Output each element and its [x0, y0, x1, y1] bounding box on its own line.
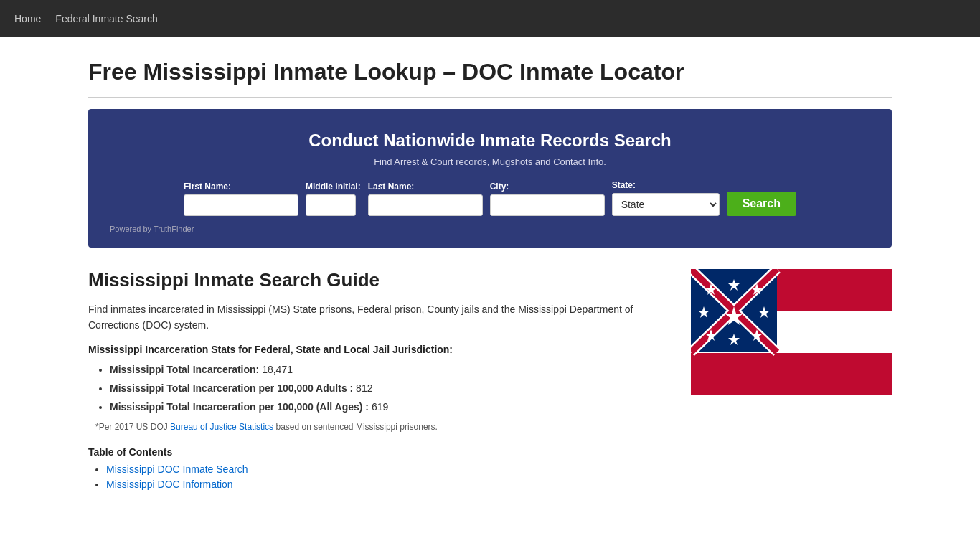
search-widget: Conduct Nationwide Inmate Records Search…	[88, 109, 892, 248]
middle-initial-input[interactable]	[306, 194, 356, 216]
page-title: Free Mississippi Inmate Lookup – DOC Inm…	[88, 59, 892, 98]
stats-note: *Per 2017 US DOJ Bureau of Justice Stati…	[95, 422, 669, 432]
stat-label-2: Mississippi Total Incarceration per 100,…	[110, 382, 353, 394]
stat-value-1: 18,471	[259, 364, 293, 375]
stat-value-2: 812	[353, 382, 372, 394]
nav-home[interactable]: Home	[14, 13, 41, 24]
bureau-of-justice-link[interactable]: Bureau of Justice Statistics	[170, 422, 273, 432]
first-name-input[interactable]	[184, 194, 298, 216]
mississippi-flag	[691, 269, 892, 395]
toc-link-2[interactable]: Mississippi DOC Information	[106, 479, 233, 490]
list-item: Mississippi Total Incarceration per 100,…	[110, 381, 669, 396]
stats-list: Mississippi Total Incarceration: 18,471 …	[88, 362, 669, 415]
toc-list: Mississippi DOC Inmate Search Mississipp…	[88, 463, 669, 490]
state-label: State:	[612, 180, 636, 190]
search-widget-heading: Conduct Nationwide Inmate Records Search	[103, 131, 877, 151]
city-label: City:	[490, 182, 509, 192]
last-name-group: Last Name:	[368, 182, 483, 216]
search-form-row: First Name: Middle Initial: Last Name: C…	[103, 180, 877, 216]
toc-heading: Table of Contents	[88, 446, 669, 458]
middle-initial-group: Middle Initial:	[306, 182, 361, 216]
toc-link-1[interactable]: Mississippi DOC Inmate Search	[106, 463, 248, 475]
main-content: Free Mississippi Inmate Lookup – DOC Inm…	[74, 37, 906, 515]
navbar: Home Federal Inmate Search	[0, 0, 980, 37]
first-name-group: First Name:	[184, 182, 298, 216]
list-item: Mississippi Total Incarceration per 100,…	[110, 400, 669, 415]
stat-label-3: Mississippi Total Incarceration per 100,…	[110, 401, 369, 413]
search-widget-subheading: Find Arrest & Court records, Mugshots an…	[103, 156, 877, 167]
content-area: Mississippi Inmate Search Guide Find inm…	[88, 269, 892, 494]
svg-rect-2	[691, 353, 892, 395]
city-group: City:	[490, 182, 605, 216]
state-group: State: State Alabama Alaska Arizona Arka…	[612, 180, 720, 216]
stat-label-1: Mississippi Total Incarceration:	[110, 364, 259, 375]
list-item: Mississippi DOC Information	[106, 479, 669, 490]
stats-heading: Mississippi Incarceration Stats for Fede…	[88, 344, 669, 355]
last-name-label: Last Name:	[368, 182, 415, 192]
content-left: Mississippi Inmate Search Guide Find inm…	[88, 269, 669, 494]
powered-by: Powered by TruthFinder	[110, 225, 877, 233]
stats-note-suffix: based on sentenced Mississippi prisoners…	[273, 422, 438, 432]
last-name-input[interactable]	[368, 194, 483, 216]
nav-federal-search[interactable]: Federal Inmate Search	[55, 13, 157, 24]
search-button[interactable]: Search	[727, 192, 796, 216]
middle-initial-label: Middle Initial:	[306, 182, 361, 192]
stat-value-3: 619	[369, 401, 388, 413]
guide-title: Mississippi Inmate Search Guide	[88, 269, 669, 291]
stats-note-prefix: *Per 2017 US DOJ	[95, 422, 170, 432]
content-right	[691, 269, 892, 494]
city-input[interactable]	[490, 194, 605, 216]
list-item: Mississippi Total Incarceration: 18,471	[110, 362, 669, 377]
list-item: Mississippi DOC Inmate Search	[106, 463, 669, 475]
guide-description: Find inmates incarcerated in Mississippi…	[88, 301, 669, 334]
first-name-label: First Name:	[184, 182, 231, 192]
state-select[interactable]: State Alabama Alaska Arizona Arkansas Ca…	[612, 193, 720, 216]
